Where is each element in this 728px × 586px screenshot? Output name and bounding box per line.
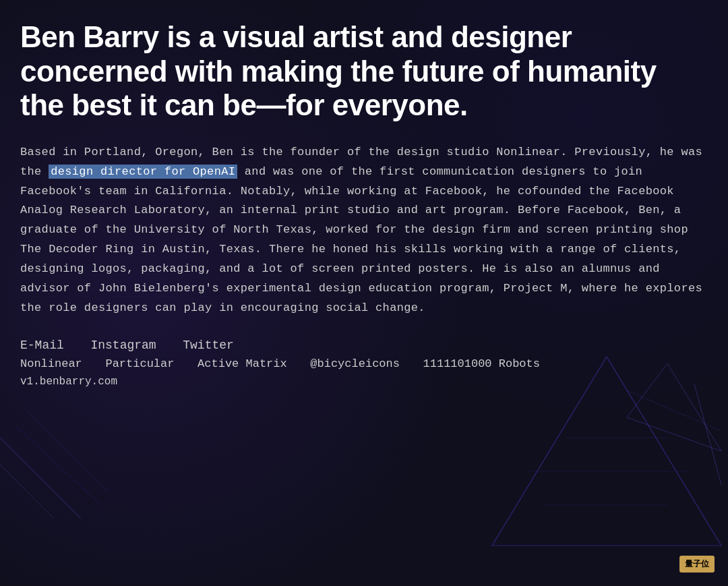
page-container: Ben Barry is a visual artist and designe… <box>0 0 728 586</box>
svg-line-7 <box>694 384 721 485</box>
page-headline: Ben Barry is a visual artist and designe… <box>20 20 681 123</box>
highlighted-text: design director for OpenAI <box>49 165 237 179</box>
svg-line-10 <box>13 424 101 505</box>
bicycleicons-link[interactable]: @bicycleicons <box>310 357 400 370</box>
wechat-badge: 量子位 <box>679 556 715 573</box>
twitter-link[interactable]: Twitter <box>183 339 234 352</box>
active-matrix-link[interactable]: Active Matrix <box>198 357 287 370</box>
particular-link[interactable]: Particular <box>105 357 174 370</box>
body-paragraph: Based in Portland, Oregon, Ben is the fo… <box>20 143 708 318</box>
body-text-part2: and was one of the first communication d… <box>20 165 702 314</box>
footer-links-row2: Nonlinear Particular Active Matrix @bicy… <box>20 357 708 370</box>
nonlinear-link[interactable]: Nonlinear <box>20 357 82 370</box>
svg-line-8 <box>627 390 721 431</box>
robots-link[interactable]: 1111101000 Robots <box>423 357 540 370</box>
svg-line-11 <box>0 465 54 519</box>
svg-line-12 <box>27 411 108 492</box>
instagram-link[interactable]: Instagram <box>90 339 156 352</box>
email-link[interactable]: E-Mail <box>20 339 64 352</box>
svg-line-9 <box>0 438 81 519</box>
footer-links-row1: E-Mail Instagram Twitter <box>20 339 708 352</box>
footer-url: v1.benbarry.com <box>20 376 708 388</box>
decorative-lines-left <box>0 384 135 519</box>
